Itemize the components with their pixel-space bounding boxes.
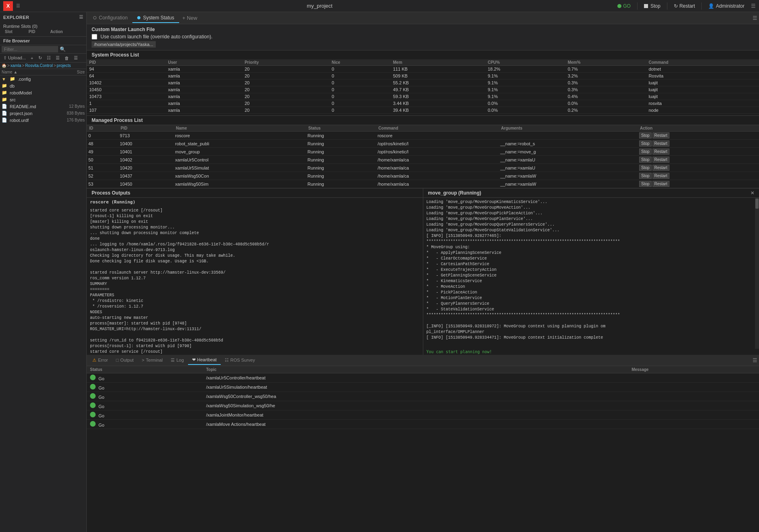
stop-action-button[interactable]: Stop xyxy=(639,149,652,155)
file-browser-section: File Browser 🔍 ⇧ Upload... + ↻ ☷ ☰ 🗑 ☰ 🏠… xyxy=(0,37,86,532)
stop-action-button[interactable]: Stop xyxy=(639,132,652,138)
list-item[interactable]: ▼ 📁 .config xyxy=(0,75,86,82)
custom-launch-row: Use custom launch file (override auto co… xyxy=(92,34,754,40)
tab-error[interactable]: ⚠ Error xyxy=(88,356,112,364)
table-row: Go /xamlaWsg50Simulation_wsg50/he xyxy=(87,401,759,410)
file-col-size: Size xyxy=(77,70,85,74)
runtime-col-action: Action xyxy=(49,29,83,35)
managed-section: Managed Process List ID PID Name Status … xyxy=(87,116,759,189)
hamburger-menu[interactable]: ☰ xyxy=(16,3,20,8)
go-button[interactable]: GO xyxy=(614,2,634,10)
settings-icon[interactable]: ☰ xyxy=(751,3,756,9)
cell-args: __name:=xamlaW xyxy=(499,180,638,188)
restart-action-button[interactable]: Restart xyxy=(652,181,669,187)
cell-mem: 3.44 KB xyxy=(391,100,485,107)
list-item[interactable]: 📄 robot.urdf 176 Bytes xyxy=(0,117,86,124)
restart-action-button[interactable]: Restart xyxy=(652,149,669,155)
file-name: robotModel xyxy=(10,90,85,95)
refresh-button[interactable]: ↻ xyxy=(37,54,44,61)
cell-user: xamla xyxy=(165,73,242,80)
tab-system-status[interactable]: System Status xyxy=(132,13,179,23)
cell-topic: /xamlaUr5Simulation/heartbeat xyxy=(203,382,628,392)
stop-action-button[interactable]: Stop xyxy=(639,165,652,171)
breadcrumb-projects[interactable]: projects xyxy=(57,63,71,68)
breadcrumb-home[interactable]: 🏠 xyxy=(2,63,6,68)
add-folder-button[interactable]: + xyxy=(29,55,35,61)
tab-ros-survey[interactable]: ☷ ROS Survey xyxy=(221,356,259,364)
breadcrumb-xamla[interactable]: xamla xyxy=(10,63,21,68)
cell-args: __name:=move_g xyxy=(499,148,638,156)
breadcrumb-rosvita[interactable]: Rosvita.Control xyxy=(25,63,52,68)
delete-button[interactable]: 🗑 xyxy=(63,55,71,61)
col-cpu: CPU% xyxy=(485,59,565,66)
tab-new[interactable]: + New xyxy=(179,13,201,23)
tab-heartbeat[interactable]: ❤ Heartbeat xyxy=(188,356,221,365)
cell-cmd: roscore xyxy=(376,132,499,140)
restart-button[interactable]: ↻ Restart xyxy=(671,2,698,10)
cell-nice: 0 xyxy=(329,93,391,100)
upload-button[interactable]: ⇧ Upload... xyxy=(2,54,27,61)
cell-mempct: 0.0% xyxy=(565,100,646,107)
mcol-name: Name xyxy=(174,125,306,132)
explorer-menu-icon[interactable]: ☰ xyxy=(79,15,84,20)
tab-configuration[interactable]: Configuration xyxy=(88,13,132,23)
status-text: Go xyxy=(98,423,105,427)
tab-terminal-label: Terminal xyxy=(146,358,163,362)
cell-nice: 0 xyxy=(329,73,391,80)
col-pid: PID xyxy=(87,59,165,66)
expand-button[interactable]: ✕ xyxy=(751,191,754,196)
custom-launch-checkbox[interactable] xyxy=(92,34,97,40)
list-item[interactable]: 📄 README.md 12 Bytes xyxy=(0,103,86,110)
heartbeat-icon: ❤ xyxy=(192,357,196,362)
restart-action-button[interactable]: Restart xyxy=(652,165,669,171)
list-view-button[interactable]: ☰ xyxy=(54,54,61,61)
cell-cmd: luajit xyxy=(646,86,759,93)
cell-cpu: 0.0% xyxy=(485,100,565,107)
restart-action-button[interactable]: Restart xyxy=(652,157,669,163)
tab-terminal[interactable]: > Terminal xyxy=(138,356,167,364)
cell-mem: 55.2 KB xyxy=(391,80,485,86)
tab-output[interactable]: □ Output xyxy=(112,356,138,364)
restart-action-button[interactable]: Restart xyxy=(652,140,669,147)
cell-cmd: /home/xamla/ca xyxy=(376,180,499,188)
list-item[interactable]: 📁 robotModel xyxy=(0,89,86,96)
status-text: Go xyxy=(98,385,105,390)
file-size: 12 Bytes xyxy=(69,104,85,109)
stop-action-button[interactable]: Stop xyxy=(639,181,652,187)
top-bar-actions: GO Stop ↻ Restart 👤 Administrator ☰ xyxy=(614,2,756,10)
cell-cpu: 18.2% xyxy=(485,66,565,73)
cell-id: 50 xyxy=(87,156,118,164)
cell-status: Running xyxy=(306,148,376,156)
output-icon: □ xyxy=(116,358,119,362)
terminal-icon: > xyxy=(142,358,144,362)
list-item[interactable]: 📁 src xyxy=(0,96,86,103)
restart-action-button[interactable]: Restart xyxy=(652,173,669,179)
restart-action-button[interactable]: Restart xyxy=(652,132,669,138)
search-icon: 🔍 xyxy=(60,46,66,52)
admin-button[interactable]: 👤 Administrator xyxy=(705,2,748,10)
cell-nice: 0 xyxy=(329,107,391,114)
right-scrollbar[interactable] xyxy=(755,198,759,349)
status-text: Go xyxy=(98,395,105,400)
cell-id: 49 xyxy=(87,148,118,156)
list-item[interactable]: 📄 project.json 838 Bytes xyxy=(0,110,86,117)
stop-action-button[interactable]: Stop xyxy=(639,173,652,179)
tabs-right-menu[interactable]: ☰ xyxy=(753,15,757,21)
file-filter-input[interactable] xyxy=(2,46,58,52)
grid-view-button[interactable]: ☷ xyxy=(45,54,52,61)
stop-action-button[interactable]: Stop xyxy=(639,140,652,147)
cell-id: 0 xyxy=(87,132,118,140)
tab-log[interactable]: ☰ Log xyxy=(167,356,188,364)
table-row: 10473 xamla 20 0 59.3 KB 9.1% 0.4% luaji… xyxy=(87,93,759,100)
stop-button[interactable]: Stop xyxy=(641,2,664,10)
cell-message xyxy=(628,373,759,382)
bottom-tabs-right-menu[interactable]: ☰ xyxy=(753,357,757,363)
more-button[interactable]: ☰ xyxy=(72,54,79,61)
system-process-list-title: System Process List xyxy=(87,50,759,59)
cell-pid: 10473 xyxy=(87,93,165,100)
stop-action-button[interactable]: Stop xyxy=(639,157,652,163)
cell-mempct: 3.2% xyxy=(565,73,646,80)
list-item[interactable]: 📁 db xyxy=(0,82,86,89)
custom-launch-section: Custom Master Launch File Use custom lau… xyxy=(87,24,759,50)
cell-priority: 20 xyxy=(242,66,329,73)
